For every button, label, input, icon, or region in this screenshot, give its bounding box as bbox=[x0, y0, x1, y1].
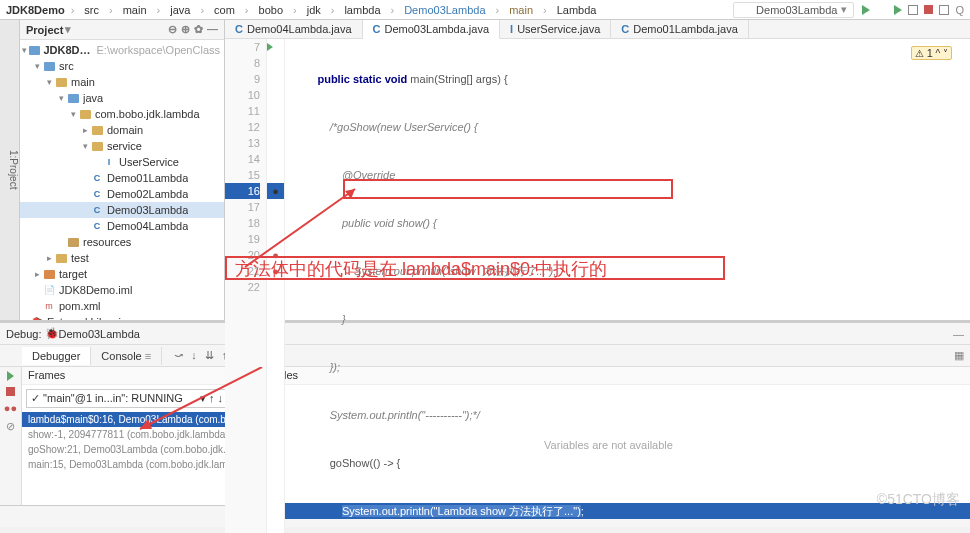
project-panel-header[interactable]: Project▾ ⊖ ⊕ ✿ — bbox=[20, 20, 224, 40]
run-toolbar: Q bbox=[862, 4, 964, 16]
select-file-icon[interactable]: ⊕ bbox=[181, 23, 190, 36]
frame-item[interactable]: lambda$main$0:16, Demo03Lambda (com.bobo… bbox=[22, 412, 246, 427]
breadcrumb[interactable]: JDK8Demo› src› main› java› com› bobo› jd… bbox=[6, 3, 733, 17]
watermark: ©51CTO博客 bbox=[877, 491, 960, 509]
tab-userservice[interactable]: IUserService.java bbox=[500, 20, 611, 38]
project-tree[interactable]: ▾JDK8Demo E:\workspace\OpenClass ▾src ▾m… bbox=[20, 40, 224, 320]
tab-demo03[interactable]: CDemo03Lambda.java bbox=[363, 20, 501, 39]
mute-icon[interactable]: ⊘ bbox=[6, 420, 15, 433]
attach-icon[interactable] bbox=[908, 5, 918, 15]
thread-selector[interactable]: ✓ "main"@1 in...in": RUNNING▾ ↑ ↓ ▼ bbox=[26, 389, 242, 408]
editor-tabs: CDemo04Lambda.java CDemo03Lambda.java IU… bbox=[225, 20, 970, 39]
step-over-icon[interactable]: ⤻ bbox=[174, 349, 183, 362]
left-tool-strip[interactable]: 1:Project bbox=[0, 20, 20, 320]
tab-demo01[interactable]: CDemo01Lambda.java bbox=[611, 20, 749, 38]
code-area[interactable]: 78910111213141516171819202122 ● ● ● publ… bbox=[225, 39, 970, 533]
frames-header: Frames bbox=[22, 367, 246, 385]
debug-icon[interactable] bbox=[876, 4, 888, 16]
frame-item[interactable]: main:15, Demo03Lambda (com.bobo.jdk.lamb… bbox=[22, 457, 246, 472]
collapse-icon[interactable]: ⊖ bbox=[168, 23, 177, 36]
gutter-icons: ● ● ● bbox=[267, 39, 285, 533]
frame-item[interactable]: show:-1, 2094777811 (com.bobo.jdk.lambda… bbox=[22, 427, 246, 442]
step-into-icon[interactable]: ↓ bbox=[191, 349, 197, 362]
force-step-icon[interactable]: ⇊ bbox=[205, 349, 214, 362]
annotation-text: 方法体中的代码是在 lambda$main$0:中执行的 bbox=[235, 257, 607, 281]
project-tool-window: Project▾ ⊖ ⊕ ✿ — ▾JDK8Demo E:\workspace\… bbox=[20, 20, 225, 320]
run-coverage-icon[interactable] bbox=[894, 5, 902, 15]
tree-item-demo03: CDemo03Lambda bbox=[20, 202, 224, 218]
stop-icon[interactable] bbox=[6, 387, 15, 396]
breakpoints-icon[interactable]: ●● bbox=[4, 402, 17, 414]
stop-icon[interactable] bbox=[924, 5, 933, 14]
editor: CDemo04Lambda.java CDemo03Lambda.java IU… bbox=[225, 20, 970, 320]
run-config-selector[interactable]: Demo03Lambda▾ bbox=[733, 2, 854, 18]
bug-icon: 🐞 bbox=[45, 327, 59, 340]
bug-icon bbox=[740, 4, 752, 16]
hide-icon[interactable]: — bbox=[207, 23, 218, 36]
search-icon[interactable]: Q bbox=[955, 4, 964, 16]
navigation-bar: JDK8Demo› src› main› java› com› bobo› jd… bbox=[0, 0, 970, 20]
tab-demo04[interactable]: CDemo04Lambda.java bbox=[225, 20, 363, 38]
line-numbers: 78910111213141516171819202122 bbox=[225, 39, 267, 533]
run-icon[interactable] bbox=[862, 5, 870, 15]
inspection-badge[interactable]: ⚠ 1 ^ ˅ bbox=[911, 46, 952, 60]
debug-side-toolbar: ●● ⊘ bbox=[0, 367, 22, 505]
tab-console[interactable]: Console ≡ bbox=[91, 347, 162, 365]
tab-debugger[interactable]: Debugger bbox=[22, 347, 91, 365]
frame-item[interactable]: goShow:21, Demo03Lambda (com.bobo.jdk.la… bbox=[22, 442, 246, 457]
frames-panel: Frames ✓ "main"@1 in...in": RUNNING▾ ↑ ↓… bbox=[22, 367, 247, 505]
layout-icon[interactable] bbox=[939, 5, 949, 15]
settings-icon[interactable]: ✿ bbox=[194, 23, 203, 36]
resume-icon[interactable] bbox=[7, 371, 14, 381]
